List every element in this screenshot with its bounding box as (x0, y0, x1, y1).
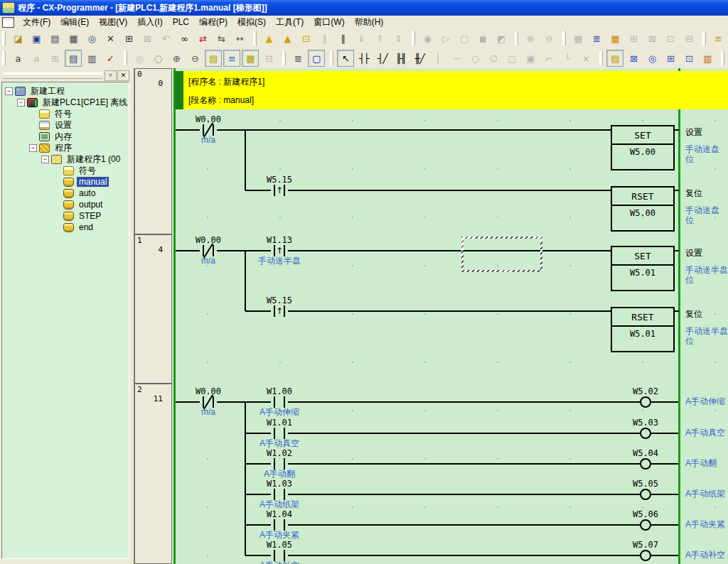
replace-all-button[interactable]: ↔ (231, 30, 248, 47)
section-rung-list-button[interactable]: ▥ (83, 50, 100, 67)
toolbar-grip[interactable] (702, 31, 706, 45)
menu-tools[interactable]: 工具(T) (271, 15, 309, 30)
ladder-view-button[interactable]: ▢ (308, 50, 325, 67)
instruction-box-rset[interactable]: RSETW5.01 (611, 307, 675, 352)
tree-expand-icon[interactable]: − (29, 144, 37, 152)
menu-program[interactable]: 编程(P) (194, 15, 232, 30)
tree-item-programs[interactable]: −程序 (2, 142, 129, 153)
new-closed-contact-button[interactable]: ┤╱ (374, 50, 391, 67)
online-edit-button[interactable]: ⊡ (297, 30, 314, 47)
mnemonics-view-button[interactable]: ≣ (289, 50, 306, 67)
toolbar-grip[interactable] (412, 31, 415, 45)
output-coil[interactable] (640, 519, 651, 531)
tree-expand-icon[interactable]: − (5, 87, 13, 95)
find-button[interactable]: ∞ (176, 30, 193, 47)
pause-button[interactable]: ∥ (334, 30, 351, 47)
new-closed-or-contact-button[interactable]: ╫╱ (411, 50, 428, 67)
cell-selection-marquee[interactable] (461, 237, 542, 272)
zoom-region-button[interactable]: ◌ (149, 50, 166, 67)
workspace-close-button[interactable]: ✕ (117, 70, 129, 81)
show-comments-button[interactable]: ▤ (205, 50, 222, 67)
tree-expand-icon[interactable]: − (17, 99, 25, 107)
address-reference-tool-button[interactable]: ⊡ (680, 50, 697, 67)
compile-all-programs-button[interactable]: ▲ (279, 30, 296, 47)
menu-window[interactable]: 窗口(W) (309, 15, 349, 30)
tree-item-section-manual[interactable]: manual (2, 176, 129, 188)
tree-item-plc1[interactable]: −新建PLC1[CP1E] 离线 (2, 97, 129, 108)
tree-item-memory[interactable]: 内存 (2, 131, 129, 142)
cut-button[interactable]: ✕ (102, 30, 119, 47)
output-coil[interactable] (640, 489, 651, 500)
toggle-project-workspace-button[interactable]: ≡ (710, 30, 727, 47)
contact-up[interactable]: ↑ (271, 304, 288, 318)
menu-file[interactable]: 文件(F) (18, 15, 55, 30)
menu-plc[interactable]: PLC (168, 16, 194, 28)
tree-expand-icon[interactable]: − (41, 156, 49, 163)
find-replace-button[interactable]: ⇄ (194, 30, 211, 47)
tree-item-section-auto[interactable]: auto (2, 188, 129, 199)
ladder-diagram-view[interactable]: [程序名 : 新建程序1] [段名称 : manual] 00W0.00m/a↑… (134, 68, 728, 564)
menu-insert[interactable]: 插入(I) (132, 15, 167, 30)
program-name-label: [程序名 : 新建程序1] (188, 76, 264, 88)
program-check-button[interactable]: ✓ (102, 50, 119, 67)
workspace-grip[interactable] (3, 72, 102, 79)
child-window-icon[interactable] (2, 17, 14, 28)
toolbar-grip[interactable] (124, 51, 127, 65)
watch-window-2-button[interactable]: ◎ (643, 50, 660, 67)
print-preview-button[interactable]: ▤ (46, 30, 63, 47)
tree-item-section-output[interactable]: output (2, 199, 129, 210)
new-or-contact-button[interactable]: ╟╢ (392, 50, 410, 67)
symbol-table-view-button[interactable]: ▤ (65, 50, 82, 67)
tree-item-local-symbols[interactable]: 符号 (2, 165, 129, 176)
selection-tool-button[interactable]: ↖ (337, 50, 354, 67)
contact-up[interactable]: ↑ (271, 183, 288, 197)
new-contact-button[interactable]: ┤├ (355, 50, 373, 67)
toolbar-grip[interactable] (330, 51, 333, 65)
menu-simulation[interactable]: 模拟(S) (232, 15, 271, 30)
print-button[interactable]: ▦ (65, 30, 82, 47)
data-trace-button[interactable]: ≣ (588, 30, 605, 47)
menu-help[interactable]: 帮助(H) (350, 15, 389, 30)
instruction-box-rset[interactable]: RSETW5.00 (611, 186, 675, 232)
save-project-button[interactable]: ▣ (28, 30, 45, 47)
toolbar-grip[interactable] (253, 31, 257, 45)
tree-item-project-root[interactable]: −新建工程 (2, 85, 129, 97)
tree-item-program1[interactable]: −新建程序1 (00 (2, 153, 129, 165)
open-project-button[interactable]: ◪ (9, 30, 26, 47)
workspace-window-button[interactable]: ▤ (606, 50, 623, 67)
show-grid-button[interactable]: ▦ (242, 50, 259, 67)
tree-item-settings[interactable]: 设置 (2, 119, 129, 131)
output-window-2-button[interactable]: ⊠ (625, 50, 642, 67)
output-coil[interactable] (640, 396, 651, 408)
cross-reference-popup-button[interactable]: ⊞ (662, 50, 679, 67)
menu-view[interactable]: 视图(V) (94, 15, 132, 30)
properties-window-button[interactable]: ▥ (699, 50, 716, 67)
toolbar-grip[interactable] (2, 31, 6, 45)
rung-header[interactable]: [程序名 : 新建程序1] [段名称 : manual] (183, 71, 728, 109)
tree-item-section-end[interactable]: end (2, 222, 129, 233)
zoom-in-button[interactable]: ⊕ (168, 50, 185, 67)
compile-button[interactable]: ▲ (260, 30, 277, 47)
view-local-symbols-button[interactable]: a (9, 50, 26, 67)
tree-item-global-symbols[interactable]: 符号 (2, 108, 129, 119)
toolbar-grip[interactable] (599, 51, 603, 65)
toolbar-grip[interactable] (2, 51, 6, 65)
time-chart-monitor-button[interactable]: ▦ (606, 30, 623, 47)
show-rung-annotations-button[interactable]: ≡ (223, 50, 240, 67)
page-setup-button[interactable]: ◎ (83, 30, 100, 47)
replace-next-button[interactable]: ⇆ (213, 30, 230, 47)
toolbar-grip[interactable] (721, 51, 724, 65)
output-coil[interactable] (640, 458, 651, 470)
instruction-box-set[interactable]: SETW5.01 (611, 246, 675, 291)
copy-button[interactable]: ⊞ (120, 30, 137, 47)
rung-margin-0[interactable]: 00 (134, 68, 172, 234)
output-coil[interactable] (640, 428, 651, 439)
tree-item-section-step[interactable]: STEP (2, 210, 129, 222)
zoom-out-button[interactable]: ⊖ (186, 50, 203, 67)
toolbar-grip[interactable] (515, 31, 518, 45)
output-coil[interactable] (640, 550, 651, 561)
menu-edit[interactable]: 编辑(E) (55, 15, 94, 30)
toolbar-grip[interactable] (562, 31, 566, 45)
instruction-box-set[interactable]: SETW5.00 (611, 125, 675, 170)
toolbar-grip[interactable] (282, 51, 286, 65)
